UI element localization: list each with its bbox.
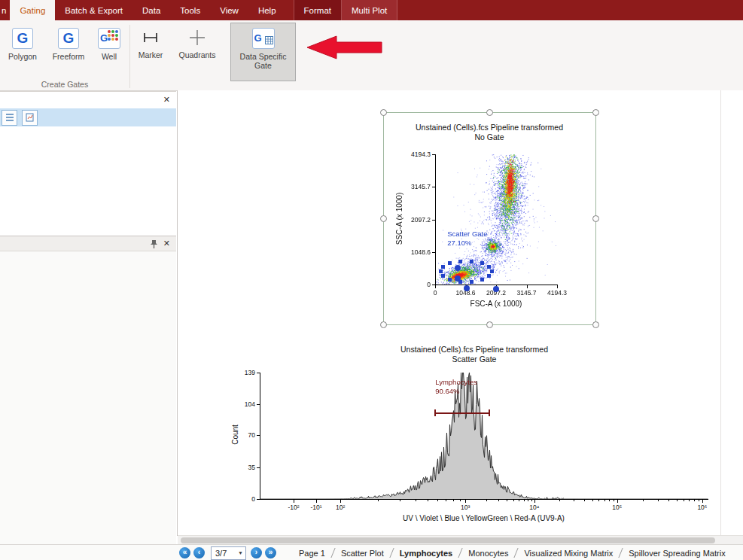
range-marker-cap[interactable] [434,409,436,416]
minor-tick-mark [694,500,695,501]
minor-tick-mark [643,500,644,501]
quadrant-cross-icon [187,28,207,47]
page-tab-lymphocytes[interactable]: Lymphocytes [392,549,461,558]
gate-vertex-handle[interactable] [441,274,445,278]
gate-vertex-handle[interactable] [470,260,474,263]
menu-tab-tools[interactable]: Tools [170,0,210,20]
pin-icon[interactable] [150,239,158,252]
page-tab-strip: Page 1Scatter PlotLymphocytesMonocytesVi… [291,548,733,558]
gate-vertex-handle[interactable] [441,265,445,269]
tick-mark [432,220,435,221]
page-tab-monocytes[interactable]: Monocytes [461,549,516,558]
ribbon-button-polygon[interactable]: GPolygon [2,23,43,78]
y-axis-label: SSC-A (x 1000) [395,173,403,263]
selection-handle[interactable] [380,109,387,116]
tick-mark [316,500,317,503]
selection-handle[interactable] [380,321,387,328]
menu-bar: n GatingBatch & ExportDataToolsViewHelpF… [0,0,743,20]
x-axis-tick-label: 10⁴ [516,504,553,511]
minor-tick-mark [524,500,525,501]
gate-handle-dot[interactable] [455,265,461,271]
panel-list-icon[interactable] [2,110,17,126]
page-tab-page-1[interactable]: Page 1 [291,549,333,558]
gate-vertex-handle[interactable] [487,274,491,278]
ribbon-button-freeform[interactable]: GFreeform [47,23,90,78]
gate-vertex-handle[interactable] [448,261,452,265]
gate-vertex-handle[interactable] [448,278,452,282]
marker-bracket-icon [141,28,160,47]
chart-subtitle: Scatter Gate [226,355,723,364]
minor-tick-mark [428,500,428,501]
tick-mark [617,500,618,503]
plot-area[interactable] [435,154,558,285]
gate-vertex-handle[interactable] [439,269,443,273]
gate-g-well-icon: G [98,28,120,49]
minor-tick-mark [684,500,684,501]
ribbon-button-quadrants[interactable]: Quadrants [174,23,221,78]
marker-name-label: Lymphocytes [435,378,477,387]
chevron-down-icon: ▼ [238,550,243,555]
range-marker-line[interactable] [435,412,489,414]
selection-handle[interactable] [592,321,599,328]
next-page-button[interactable]: › [251,547,262,558]
gate-vertex-handle[interactable] [490,269,494,273]
gate-vertex-handle[interactable] [480,278,484,282]
first-page-button[interactable]: « [179,547,190,558]
close-icon[interactable]: ✕ [163,239,170,248]
minor-tick-mark [460,500,461,501]
minor-tick-mark [668,500,669,501]
ribbon-button-well[interactable]: GWell [90,23,128,78]
menu-tab-clipped[interactable]: n [0,0,10,20]
menu-tab-format[interactable]: Format [294,0,342,20]
gate-vertex-handle[interactable] [487,265,491,269]
gate-name-label: Scatter Gate [447,230,487,239]
menu-tab-data[interactable]: Data [132,0,170,20]
selection-handle[interactable] [486,321,493,328]
page-tab-spillover-spreading-matrix[interactable]: Spillover Spreading Matrix [621,549,732,558]
gate-vertex-handle[interactable] [480,261,484,265]
page-selector-value: 3/7 [215,549,227,558]
ribbon-button-label: Data Specific Gate [231,52,295,70]
ribbon-button-marker[interactable]: Marker [132,23,169,78]
tick-mark [257,404,260,405]
menu-tab-batch-export[interactable]: Batch & Export [55,0,132,20]
selection-handle[interactable] [486,109,493,116]
marker-label[interactable]: Lymphocytes90.64% [435,378,477,397]
menu-tab-view[interactable]: View [210,0,248,20]
last-page-button[interactable]: » [265,547,276,558]
scatter-plot-canvas[interactable] [436,154,558,285]
range-marker-cap[interactable] [489,409,490,416]
x-axis-label: FSC-A (x 1000) [435,300,557,308]
left-panel-bottom-header: ✕ [0,236,176,251]
x-axis-tick-label: 4194.3 [539,289,575,297]
scatter-plot-chart: Unstained (Cells).fcs Pipeline transform… [376,123,602,312]
plot-area[interactable] [260,373,708,500]
chart-subtitle: No Gate [376,132,602,142]
tick-mark [432,154,435,155]
gate-label[interactable]: Scatter Gate27.10% [447,230,487,248]
ribbon-button-label: Quadrants [174,50,221,59]
previous-page-button[interactable]: ‹ [193,547,205,558]
ribbon-button-data-specific-gate[interactable]: GData Specific Gate [230,23,296,81]
ribbon-button-label: Marker [132,50,169,59]
minor-tick-mark [598,500,599,501]
menu-tab-help[interactable]: Help [248,0,286,20]
selection-handle[interactable] [592,109,599,116]
gate-handle-dot[interactable] [455,275,461,282]
menu-tab-multi-plot[interactable]: Multi Plot [342,0,397,20]
gate-g-icon: G [12,28,33,49]
gate-vertex-handle[interactable] [458,260,462,263]
scrollbar-thumb[interactable] [181,537,715,543]
histogram-canvas[interactable] [260,373,708,499]
gate-vertex-handle[interactable] [470,280,474,284]
marker-percent-label: 90.64% [435,387,477,396]
gate-handle-dot[interactable] [493,286,499,292]
page-selector-dropdown[interactable]: 3/7 ▼ [211,546,246,560]
close-icon[interactable]: ✕ [163,95,170,104]
tick-mark [294,500,294,503]
panel-report-icon[interactable] [22,110,38,126]
page-tab-scatter-plot[interactable]: Scatter Plot [333,549,391,558]
page-tab-visualized-mixing-matrix[interactable]: Visualized Mixing Matrix [516,549,620,558]
minor-tick-mark [378,500,379,501]
menu-tab-gating[interactable]: Gating [10,0,55,20]
